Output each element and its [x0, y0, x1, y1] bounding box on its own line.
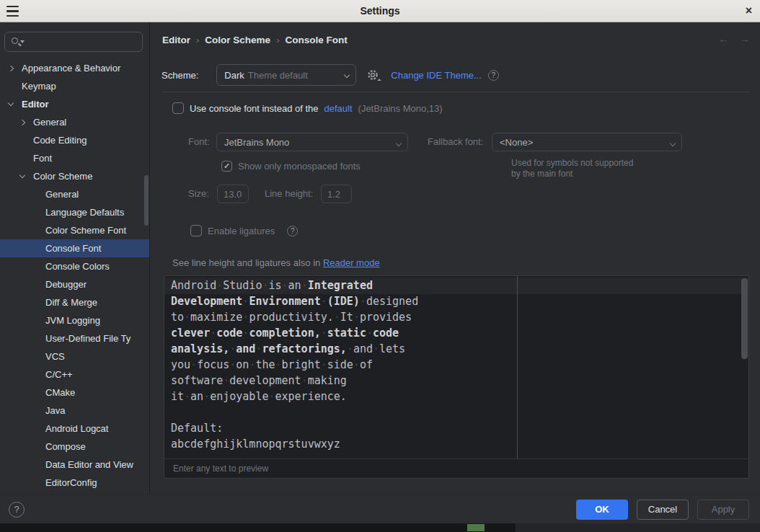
sidebar-item-editor[interactable]: Editor [0, 95, 149, 113]
window-title: Settings [0, 5, 760, 17]
forward-arrow-icon[interactable]: → [739, 32, 750, 45]
chevron-right-icon[interactable] [19, 120, 33, 125]
sidebar-item-label: Java [45, 405, 65, 416]
sidebar-item-label: Language Defaults [45, 207, 124, 218]
sidebar-item-language-defaults[interactable]: Language Defaults [0, 203, 149, 221]
sidebar-item-label: VCS [45, 351, 65, 362]
apply-button[interactable]: Apply [697, 500, 749, 520]
chevron-right-icon[interactable] [7, 66, 22, 71]
sidebar-item-label: Console Colors [45, 261, 110, 272]
breadcrumb-item[interactable]: Color Scheme [205, 35, 270, 45]
back-arrow-icon[interactable]: ← [718, 32, 729, 45]
sidebar-item-debugger[interactable]: Debugger [0, 275, 149, 293]
preview-line: to·maximize·productivity.·It·provides [171, 309, 734, 325]
title-bar: Settings × [0, 0, 760, 22]
sidebar-item-label: Code Editing [33, 135, 87, 146]
help-icon[interactable]: ? [9, 502, 25, 518]
reader-mode-note: See line height and ligatures also in Re… [172, 257, 380, 268]
default-font-hint: (JetBrains Mono,13) [358, 103, 443, 114]
line-height-label: Line height: [265, 185, 313, 203]
sidebar-item-label: Keymap [22, 81, 56, 92]
sidebar-item-label: Data Editor and View [45, 459, 133, 470]
close-icon[interactable]: × [746, 4, 752, 18]
sidebar-item-font[interactable]: Font [0, 149, 149, 167]
hamburger-menu-icon[interactable] [6, 6, 19, 17]
breadcrumb-item[interactable]: Console Font [285, 35, 347, 45]
sidebar-item-console-font[interactable]: Console Font [0, 239, 149, 257]
chevron-down-icon[interactable] [19, 175, 33, 177]
ligatures-help-icon[interactable]: ? [287, 226, 298, 236]
monospaced-only-checkbox[interactable]: ✓ [221, 161, 232, 172]
sidebar-item-label: Font [33, 153, 52, 164]
sidebar-item-c-c[interactable]: C/C++ [0, 365, 149, 384]
change-ide-theme-link[interactable]: Change IDE Theme... [391, 70, 482, 81]
chevron-down-icon [396, 141, 402, 146]
ok-button[interactable]: OK [576, 500, 628, 520]
sidebar-item-general[interactable]: General [0, 185, 149, 203]
sidebar-item-label: Android Logcat [45, 423, 108, 434]
sidebar-item-code-editing[interactable]: Code Editing [0, 131, 149, 149]
section-divider [162, 92, 750, 92]
monospaced-only-label: Show only monospaced fonts [238, 161, 361, 172]
preview-line: clever·code·completion,·static·code [171, 325, 734, 341]
sidebar-item-android-logcat[interactable]: Android Logcat [0, 420, 149, 438]
sidebar-item-editorconfig[interactable]: EditorConfig [0, 474, 149, 492]
font-label: Font: [188, 133, 210, 151]
breadcrumb-separator: › [190, 35, 205, 45]
fallback-font-value: <None> [500, 137, 533, 148]
preview-line: it·an·enjoyable·experience. [171, 389, 734, 404]
font-value: JetBrains Mono [224, 137, 289, 148]
search-input[interactable] [4, 32, 143, 52]
cancel-button[interactable]: Cancel [637, 500, 689, 520]
size-input[interactable] [217, 185, 249, 203]
sidebar-item-jvm-logging[interactable]: JVM Logging [0, 311, 149, 329]
sidebar-item-label: Diff & Merge [45, 297, 97, 308]
sidebar-item-label: Debugger [45, 279, 87, 290]
enable-ligatures-label: Enable ligatures [208, 226, 275, 236]
sidebar-item-java[interactable]: Java [0, 402, 149, 420]
scheme-dropdown[interactable]: Dark Theme default [216, 64, 356, 86]
font-dropdown[interactable]: JetBrains Mono [216, 133, 408, 151]
sidebar-item-diff-merge[interactable]: Diff & Merge [0, 293, 149, 311]
sidebar-item-user-defined-file-ty[interactable]: User-Defined File Ty [0, 329, 149, 347]
settings-tree: Appearance & BehaviorKeymapEditorGeneral… [0, 59, 149, 492]
sidebar-item-general[interactable]: General [0, 113, 149, 131]
chevron-down-icon [670, 141, 676, 146]
gear-icon[interactable] [366, 68, 379, 81]
line-height-input[interactable] [321, 185, 352, 203]
sidebar-item-keymap[interactable]: Keymap [0, 77, 149, 95]
search-icon [11, 36, 24, 48]
reader-mode-link[interactable]: Reader mode [323, 257, 380, 268]
preview-line: analysis,·and·refactorings,·and·lets [171, 341, 734, 357]
breadcrumb-item[interactable]: Editor [162, 35, 190, 45]
sidebar-item-label: Console Font [45, 243, 101, 254]
sidebar-item-color-scheme[interactable]: Color Scheme [0, 167, 149, 185]
sidebar-item-label: Compose [45, 441, 86, 452]
font-preview-editor[interactable]: Android·Studio·is·an·IntegratedDevelopme… [164, 275, 749, 479]
fallback-font-label: Fallback font: [428, 133, 483, 151]
sidebar-item-console-colors[interactable]: Console Colors [0, 257, 149, 275]
sidebar-item-label: CMake [45, 387, 75, 398]
sidebar-item-data-editor-and-view[interactable]: Data Editor and View [0, 456, 149, 474]
sidebar-item-vcs[interactable]: VCS [0, 347, 149, 365]
preview-lines: Android·Studio·is·an·IntegratedDevelopme… [171, 278, 734, 452]
use-console-font-checkbox[interactable] [172, 102, 184, 114]
chevron-down-icon[interactable] [7, 103, 22, 105]
sidebar-item-appearance-behavior[interactable]: Appearance & Behavior [0, 59, 149, 77]
preview-scrollbar[interactable] [741, 278, 748, 359]
default-link[interactable]: default [324, 103, 353, 114]
help-icon[interactable]: ? [488, 70, 499, 81]
sidebar-item-color-scheme-font[interactable]: Color Scheme Font [0, 221, 149, 239]
enable-ligatures-checkbox[interactable] [190, 225, 202, 236]
fallback-font-dropdown[interactable]: <None> [492, 133, 682, 151]
sidebar-item-label: JVM Logging [45, 315, 100, 326]
preview-line: Development·Environment·(IDE)·designed [171, 293, 734, 309]
sidebar-item-cmake[interactable]: CMake [0, 384, 149, 402]
sidebar-item-label: General [45, 189, 79, 200]
preview-line: Android·Studio·is·an·Integrated [171, 278, 734, 293]
sidebar-scrollbar[interactable] [144, 175, 149, 226]
preview-line [171, 404, 734, 420]
dialog-footer: ? OK Cancel Apply [0, 495, 760, 523]
sidebar-item-compose[interactable]: Compose [0, 438, 149, 456]
sidebar-item-label: EditorConfig [45, 477, 97, 488]
